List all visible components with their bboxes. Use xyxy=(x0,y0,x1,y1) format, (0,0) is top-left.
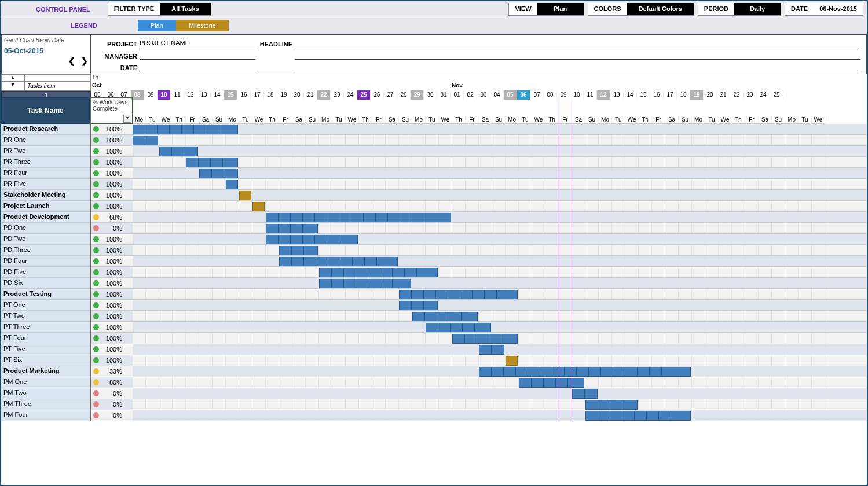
plan-bar[interactable] xyxy=(266,224,318,233)
task-name[interactable]: PD One xyxy=(1,223,90,233)
task-name[interactable]: PR Two xyxy=(1,146,90,156)
dow-header: Tu xyxy=(332,116,346,124)
colors-control[interactable]: COLORS Default Colors xyxy=(588,3,694,16)
plan-bar[interactable] xyxy=(159,147,198,156)
dow-header: Th xyxy=(173,116,186,124)
dow-header: Fr xyxy=(372,116,386,124)
plan-bar[interactable] xyxy=(186,158,238,167)
date-value: 06-Nov-2015 xyxy=(814,3,863,15)
plan-bar[interactable] xyxy=(226,180,238,189)
plan-bar[interactable] xyxy=(585,400,638,410)
task-percent: 100% xyxy=(91,179,133,189)
task-bar-row xyxy=(133,245,867,255)
task-name[interactable]: PM One xyxy=(1,377,90,388)
task-name[interactable]: PM Two xyxy=(1,388,90,399)
dow-header: Sa xyxy=(479,116,492,124)
next-date-button[interactable]: ❯ xyxy=(81,56,88,65)
task-name[interactable]: Project Launch xyxy=(1,201,90,211)
percent-column: % Work Days Complete ▾ 100%100%100%100%1… xyxy=(91,97,133,421)
dow-header: Mo xyxy=(785,116,799,124)
plan-bar[interactable] xyxy=(399,301,438,310)
dow-header: Fr xyxy=(186,116,199,124)
plan-bar[interactable] xyxy=(199,169,238,178)
filter-type-label: FILTER TYPE xyxy=(108,3,160,15)
task-name[interactable]: Product Research xyxy=(1,124,90,134)
plan-bar[interactable] xyxy=(319,268,438,277)
task-name[interactable]: Product Testing xyxy=(1,289,90,299)
plan-bar[interactable] xyxy=(133,136,158,145)
filter-type-control[interactable]: FILTER TYPE All Tasks xyxy=(108,3,211,16)
task-name[interactable]: PD Three xyxy=(1,245,90,255)
plan-bar[interactable] xyxy=(572,389,598,399)
scroll-down-button[interactable]: ▼ xyxy=(1,81,24,91)
dow-header: Sa xyxy=(292,116,306,124)
sub-controls: ▲ ▼ Tasks from 1 15 OctNov 0506070809101… xyxy=(1,74,867,97)
task-name[interactable]: PM Three xyxy=(1,399,90,410)
plan-bar[interactable] xyxy=(266,235,358,244)
plan-bar[interactable] xyxy=(519,378,584,388)
plan-bar[interactable] xyxy=(279,257,398,266)
dropdown-icon[interactable]: ▾ xyxy=(123,115,131,123)
plan-bar[interactable] xyxy=(399,290,518,299)
period-control[interactable]: PERIOD Daily xyxy=(698,3,781,16)
task-name[interactable]: PT Five xyxy=(1,344,90,355)
plan-bar[interactable] xyxy=(279,246,318,255)
view-control[interactable]: VIEW Plan xyxy=(508,3,584,16)
plan-bar[interactable] xyxy=(479,367,691,377)
project-value[interactable]: PROJECT NAME xyxy=(140,39,255,47)
task-name[interactable]: PD Four xyxy=(1,256,90,266)
headline-value-2[interactable] xyxy=(295,52,860,60)
dow-header: We xyxy=(625,116,639,124)
gantt-begin-date-panel: Gantt Chart Begin Date 05-Oct-2015 ❮ ❯ xyxy=(1,34,91,74)
plan-bar[interactable] xyxy=(412,312,478,321)
task-bar-row xyxy=(133,267,867,277)
task-name[interactable]: PT Two xyxy=(1,311,90,321)
task-percent: 100% xyxy=(91,300,133,310)
plan-bar[interactable] xyxy=(585,411,691,421)
task-percent: 100% xyxy=(91,190,133,200)
task-percent: 0% xyxy=(91,223,133,233)
task-name[interactable]: PD Two xyxy=(1,234,90,244)
plan-bar[interactable] xyxy=(319,279,411,288)
task-name[interactable]: PD Five xyxy=(1,267,90,277)
task-name[interactable]: PT Six xyxy=(1,355,90,366)
info-date-value[interactable] xyxy=(140,63,255,71)
task-name[interactable]: PT Three xyxy=(1,322,90,332)
plan-bar[interactable] xyxy=(133,125,238,134)
prev-date-button[interactable]: ❮ xyxy=(68,56,75,65)
task-name[interactable]: Stakeholder Meeting xyxy=(1,190,90,200)
dow-header: Fr xyxy=(279,116,292,124)
headline-value-3[interactable] xyxy=(295,63,860,71)
dow-header: Th xyxy=(359,116,372,124)
dow-header: Mo xyxy=(412,116,426,124)
task-name[interactable]: PT Four xyxy=(1,333,90,344)
dow-header: Mo xyxy=(133,116,146,124)
dow-header: We xyxy=(719,116,732,124)
manager-value[interactable] xyxy=(140,52,255,60)
date-control[interactable]: DATE 06-Nov-2015 xyxy=(785,3,863,16)
task-name[interactable]: PM Four xyxy=(1,410,90,421)
task-bar-row xyxy=(133,410,867,421)
task-bar-row xyxy=(133,388,867,399)
plan-bar[interactable] xyxy=(426,323,491,332)
task-name[interactable]: PR Five xyxy=(1,179,90,189)
milestone-bar[interactable] xyxy=(252,202,265,211)
dow-header: We xyxy=(346,116,359,124)
headline-value[interactable] xyxy=(295,39,860,47)
task-name[interactable]: PR Four xyxy=(1,168,90,178)
task-name[interactable]: PR One xyxy=(1,135,90,145)
plan-bar[interactable] xyxy=(266,213,451,222)
task-bar-row xyxy=(133,399,867,410)
task-name[interactable]: Product Marketing xyxy=(1,366,90,377)
scroll-up-button[interactable]: ▲ xyxy=(1,74,24,81)
milestone-bar[interactable] xyxy=(239,191,251,200)
task-name[interactable]: Product Development xyxy=(1,212,90,222)
task-percent: 100% xyxy=(91,267,133,277)
task-name[interactable]: PR Three xyxy=(1,157,90,167)
task-name[interactable]: PT One xyxy=(1,300,90,310)
task-name[interactable]: PD Six xyxy=(1,278,90,288)
status-dot xyxy=(93,236,99,242)
milestone-bar[interactable] xyxy=(506,356,518,366)
plan-bar[interactable] xyxy=(452,334,518,344)
plan-bar[interactable] xyxy=(479,345,504,355)
